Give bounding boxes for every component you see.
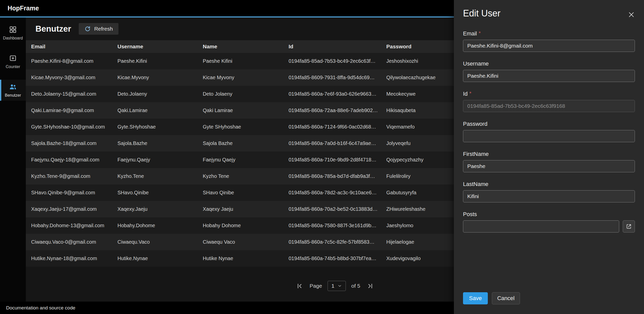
cell-username: Qaki.Lamirae: [112, 108, 197, 113]
cell-id: 0194fa85-860a-7124-9f66-0ac02d68…: [283, 124, 381, 130]
cell-name: Sajola Bazhe: [197, 140, 283, 146]
cell-id: 0194fa85-860a-785a-bd7d-dfab9a3f…: [283, 173, 381, 179]
field-label: LastName: [463, 181, 635, 187]
password-field[interactable]: [463, 130, 635, 142]
cell-name: Kicae Myvony: [197, 75, 283, 80]
counter-icon: [9, 54, 17, 62]
dashboard-icon: [9, 26, 17, 34]
cell-email: Ciwaequ.Vaco-0@gmail.com: [26, 239, 112, 245]
sidebar-item-benutzer[interactable]: Benutzer: [0, 80, 26, 101]
sidebar-item-label: Benutzer: [5, 93, 21, 98]
page-title: Benutzer: [35, 24, 71, 34]
field-label: Posts: [463, 211, 635, 218]
column-header-username: Username: [112, 44, 197, 50]
cell-id: 0194fa85-860a-710e-9bd9-2d8f4718…: [283, 157, 381, 163]
cell-username: SHavo.Qinibe: [112, 190, 197, 196]
column-header-id: Id: [283, 44, 381, 50]
users-icon: [9, 83, 17, 91]
cell-email: Faejynu.Qaejy-18@gmail.com: [26, 157, 112, 163]
cell-id: 0194fa85-860a-7580-887f-3e161d9b…: [283, 223, 381, 228]
cell-email: Kicae.Myvony-3@gmail.com: [26, 75, 112, 80]
cell-email: Hobahy.Dohome-13@gmail.com: [26, 223, 112, 228]
external-link-icon: [626, 223, 632, 229]
cell-username: Gyte.SHyhoshae: [112, 124, 197, 130]
cell-username: Sajola.Bazhe: [112, 140, 197, 146]
cell-id: 0194fa85-860a-70a2-be52-0c13883d…: [283, 206, 381, 212]
cell-username: Faejynu.Qaejy: [112, 157, 197, 163]
cell-username: Ciwaequ.Vaco: [112, 239, 197, 245]
cell-email: SHavo.Qinibe-9@gmail.com: [26, 190, 112, 196]
close-icon: [628, 11, 635, 18]
field-group-lastname: LastName: [463, 181, 635, 202]
cell-email: Paeshe.Kifini-8@gmail.com: [26, 58, 112, 64]
cell-name: Paeshe Kifini: [197, 58, 283, 64]
save-button[interactable]: Save: [463, 292, 488, 304]
cell-id: 0194fa85-860a-72aa-88e6-7adeb902…: [283, 108, 381, 113]
page-total-label: of 5: [351, 283, 360, 289]
cell-id: 0194fa85-860a-7c5c-82fe-57bf8583…: [283, 239, 381, 245]
refresh-label: Refresh: [94, 26, 113, 32]
drawer-actions: Save Cancel: [463, 292, 520, 304]
field-group-firstname: FirstName: [463, 151, 635, 172]
documentation-link[interactable]: Documentation and source code: [6, 305, 75, 311]
cell-id: 0194fa85-860a-78d2-ac3c-9c10ace6…: [283, 190, 381, 196]
cell-id: 0194fa85-860a-7a0d-b16f-6c47a9ae…: [283, 140, 381, 146]
cell-name: Qaki Lamirae: [197, 108, 283, 113]
cell-id: 0194fa85-8609-7931-8ffa-9d54dc69…: [283, 75, 381, 80]
cell-email: Qaki.Lamirae-9@gmail.com: [26, 108, 112, 113]
posts-open-button[interactable]: [623, 220, 635, 233]
drawer-fields: Email*UsernameId*PasswordFirstNameLastNa…: [463, 30, 635, 233]
posts-input-row: [463, 220, 635, 233]
email-field[interactable]: [463, 40, 635, 52]
first-page-button[interactable]: [295, 282, 304, 290]
cell-id: 0194fa85-860a-74b5-b8bd-307bf7ea…: [283, 256, 381, 261]
cell-id: 0194fa85-860a-7e6f-93a0-626e9663…: [283, 91, 381, 97]
sidebar: DashboardCounterBenutzer: [0, 17, 26, 302]
cell-email: Xaqexy.Jaeju-17@gmail.com: [26, 206, 112, 212]
field-label: Password: [463, 121, 635, 127]
page-label: Page: [310, 283, 322, 289]
cell-name: Faejynu Qaejy: [197, 157, 283, 163]
cell-username: Xaqexy.Jaeju: [112, 206, 197, 212]
page-select-value: 1: [331, 283, 334, 289]
field-group-username: Username: [463, 60, 635, 82]
sidebar-item-label: Dashboard: [3, 36, 23, 40]
sidebar-item-counter[interactable]: Counter: [0, 51, 26, 72]
column-header-email: Email: [26, 44, 112, 50]
drawer-title: Edit User: [463, 8, 635, 19]
first-page-icon: [296, 283, 303, 289]
sidebar-item-dashboard[interactable]: Dashboard: [0, 23, 26, 44]
field-group-password: Password: [463, 121, 635, 142]
last-page-button[interactable]: [366, 282, 375, 290]
cell-username: Kicae.Myvony: [112, 75, 197, 80]
cell-name: Hobahy Dohome: [197, 223, 283, 228]
page-select[interactable]: 1: [328, 281, 346, 291]
last-page-icon: [367, 283, 374, 289]
required-marker: *: [479, 30, 481, 36]
cancel-button[interactable]: Cancel: [492, 292, 520, 304]
posts-field[interactable]: [463, 220, 619, 233]
cell-id: 0194fa85-85ad-7b53-bc49-2ec6c63f…: [283, 58, 381, 64]
app-title: HopFrame: [8, 5, 39, 12]
required-marker: *: [469, 91, 471, 96]
id-field: [463, 100, 635, 112]
cell-username: Hutike.Nynae: [112, 256, 197, 261]
cell-name: Hutike Nynae: [197, 256, 283, 261]
cell-username: Paeshe.Kifini: [112, 58, 197, 64]
firstname-field[interactable]: [463, 160, 635, 172]
field-group-posts: Posts: [463, 211, 635, 233]
cell-name: Gyte SHyhoshae: [197, 124, 283, 130]
cell-name: Ciwaequ Vaco: [197, 239, 283, 245]
close-button[interactable]: [627, 10, 636, 20]
refresh-button[interactable]: Refresh: [79, 23, 118, 35]
app-root: HopFrame DashboardCounterBenutzer Benutz…: [0, 0, 644, 314]
username-field[interactable]: [463, 70, 635, 82]
cell-name: Xaqexy Jaeju: [197, 206, 283, 212]
field-label: Id*: [463, 91, 635, 97]
field-label: FirstName: [463, 151, 635, 157]
cell-username: Deto.Jolaeny: [112, 91, 197, 97]
field-group-id: Id*: [463, 91, 635, 112]
lastname-field[interactable]: [463, 190, 635, 202]
cell-name: Kyzho Tene: [197, 173, 283, 179]
cell-name: SHavo Qinibe: [197, 190, 283, 196]
